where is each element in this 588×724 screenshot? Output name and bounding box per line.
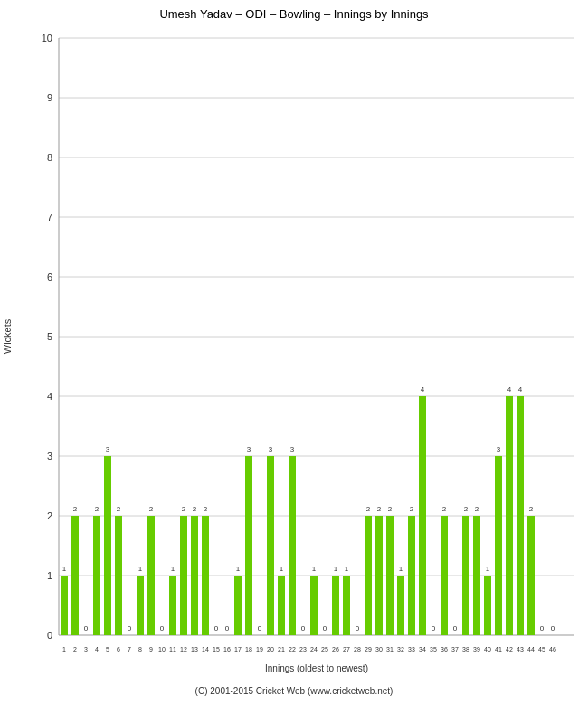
bar-13 [191, 516, 198, 635]
bar-39 [473, 516, 480, 635]
svg-text:34: 34 [419, 646, 426, 653]
bar-5 [104, 456, 111, 635]
svg-text:19: 19 [256, 646, 263, 653]
svg-text:1: 1 [47, 570, 52, 581]
svg-text:2: 2 [182, 505, 186, 513]
bar-27 [343, 576, 350, 635]
svg-text:39: 39 [473, 646, 480, 653]
svg-text:15: 15 [213, 646, 220, 653]
bar-30 [375, 516, 383, 635]
svg-text:0: 0 [214, 624, 219, 633]
svg-text:10: 10 [158, 646, 166, 653]
svg-text:2: 2 [475, 505, 479, 513]
bar-41 [495, 456, 502, 635]
svg-text:7: 7 [128, 646, 131, 653]
svg-text:14: 14 [202, 646, 209, 653]
svg-text:2: 2 [73, 646, 77, 653]
svg-text:0: 0 [540, 624, 545, 633]
svg-text:2: 2 [204, 505, 208, 513]
bar-12 [180, 516, 187, 635]
svg-text:1: 1 [171, 565, 175, 573]
svg-text:44: 44 [527, 646, 535, 653]
bar-38 [462, 516, 469, 635]
svg-text:1: 1 [280, 565, 284, 573]
svg-text:8: 8 [138, 646, 142, 653]
svg-text:4: 4 [421, 386, 425, 394]
svg-text:1: 1 [399, 565, 403, 573]
svg-text:0: 0 [84, 624, 89, 633]
chart-svg: 10 9 8 7 6 5 4 3 2 1 0 Wickets 1 1 2 2 0… [0, 20, 588, 717]
svg-text:1: 1 [62, 646, 66, 653]
bar-29 [365, 516, 372, 635]
svg-text:36: 36 [441, 646, 448, 653]
svg-text:1: 1 [138, 565, 143, 573]
svg-text:10: 10 [42, 33, 52, 43]
svg-text:2: 2 [95, 505, 100, 513]
svg-text:2: 2 [464, 505, 469, 513]
bar-24 [310, 576, 318, 635]
bar-18 [245, 456, 252, 635]
bar-33 [408, 516, 415, 635]
bar-17 [234, 576, 242, 635]
svg-text:3: 3 [247, 445, 251, 453]
svg-text:6: 6 [47, 272, 52, 282]
chart-container: Umesh Yadav – ODI – Bowling – Innings by… [0, 0, 588, 724]
svg-text:17: 17 [234, 646, 242, 653]
svg-text:25: 25 [321, 646, 328, 653]
svg-text:21: 21 [278, 646, 285, 653]
svg-text:31: 31 [386, 646, 394, 653]
svg-text:8: 8 [47, 152, 52, 163]
svg-text:1: 1 [345, 565, 349, 573]
svg-text:Innings (oldest to newest): Innings (oldest to newest) [265, 663, 368, 673]
bar-44 [527, 516, 535, 635]
svg-text:3: 3 [497, 445, 501, 453]
svg-text:6: 6 [117, 646, 120, 653]
bar-21 [278, 576, 285, 635]
svg-text:2: 2 [410, 505, 414, 513]
svg-text:42: 42 [506, 646, 513, 653]
svg-text:2: 2 [47, 510, 52, 521]
svg-text:0: 0 [160, 624, 165, 633]
svg-text:0: 0 [301, 624, 306, 633]
svg-text:9: 9 [47, 92, 52, 103]
svg-text:(C) 2001-2015 Cricket Web (www: (C) 2001-2015 Cricket Web (www.cricketwe… [195, 686, 394, 696]
svg-text:45: 45 [538, 646, 545, 653]
svg-text:30: 30 [375, 646, 383, 653]
svg-text:3: 3 [84, 646, 88, 653]
svg-text:0: 0 [551, 624, 555, 633]
svg-text:2: 2 [193, 505, 197, 513]
svg-text:0: 0 [225, 624, 230, 633]
svg-text:40: 40 [484, 646, 491, 653]
svg-text:0: 0 [47, 630, 52, 641]
bar-40 [484, 576, 491, 635]
svg-text:18: 18 [245, 646, 252, 653]
svg-text:24: 24 [310, 646, 318, 653]
svg-text:28: 28 [354, 646, 361, 653]
bar-9 [147, 516, 155, 635]
svg-text:35: 35 [430, 646, 437, 653]
svg-text:0: 0 [323, 624, 327, 633]
svg-text:38: 38 [462, 646, 469, 653]
bar-11 [169, 576, 176, 635]
svg-text:2: 2 [149, 505, 154, 513]
svg-text:2: 2 [117, 505, 121, 513]
svg-text:3: 3 [106, 445, 110, 453]
svg-text:2: 2 [73, 505, 78, 513]
bar-6 [115, 516, 122, 635]
bar-14 [202, 516, 209, 635]
bar-31 [386, 516, 394, 635]
svg-text:2: 2 [442, 505, 447, 513]
svg-text:23: 23 [299, 646, 307, 653]
svg-text:2: 2 [366, 505, 371, 513]
svg-text:4: 4 [95, 646, 99, 653]
bar-2 [71, 516, 79, 635]
bar-43 [517, 396, 524, 635]
svg-text:4: 4 [507, 386, 512, 394]
svg-text:1: 1 [62, 565, 67, 573]
svg-text:27: 27 [343, 646, 350, 653]
svg-text:1: 1 [334, 565, 338, 573]
svg-text:0: 0 [258, 624, 262, 633]
svg-text:Wickets: Wickets [2, 319, 13, 354]
svg-text:33: 33 [408, 646, 415, 653]
svg-text:26: 26 [332, 646, 339, 653]
